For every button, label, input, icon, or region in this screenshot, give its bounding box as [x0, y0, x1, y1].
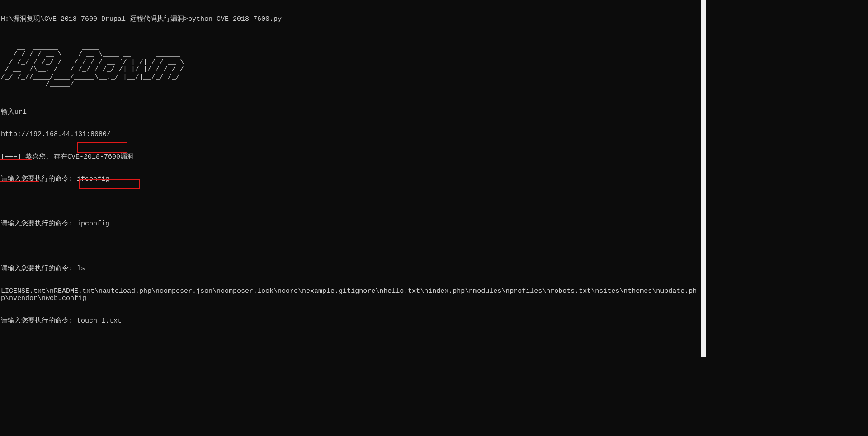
ascii-art-banner: __ ______ ____ / / / / __ \ / __ \____ _…	[1, 44, 700, 89]
input-url-label: 输入url	[1, 109, 700, 117]
cmd-label: 请输入您要执行的命令:	[1, 220, 77, 228]
cmd-prompt-4: 请输入您要执行的命令: touch 1.txt	[1, 318, 700, 325]
cmd-prompt-3: 请输入您要执行的命令: ls	[1, 265, 700, 273]
cmd-label: 请输入您要执行的命令:	[1, 317, 77, 325]
cmd-value-4: touch 1.txt	[77, 317, 122, 325]
scrollbar[interactable]	[701, 0, 706, 357]
congrats-line: [+++] 恭喜您, 存在CVE-2018-7600漏洞	[1, 154, 700, 161]
cmd-label: 请输入您要执行的命令:	[1, 175, 77, 183]
cmd-value-1: ifconfig	[77, 175, 109, 183]
cmd-value-3: ls	[77, 265, 85, 272]
input-url-value: http://192.168.44.131:8080/	[1, 131, 700, 139]
cmd-prompt-1: 请输入您要执行的命令: ifconfig	[1, 176, 700, 183]
cmd-prompt-2: 请输入您要执行的命令: ipconfig	[1, 220, 700, 228]
ls-output-1: LICENSE.txt\nREADME.txt\nautoload.php\nc…	[1, 288, 700, 303]
blank	[1, 198, 700, 206]
cmd-value-2: ipconfig	[77, 220, 109, 228]
blank	[1, 243, 700, 251]
prompt-line: H:\漏洞复现\CVE-2018-7600 Drupal 远程代码执行漏洞>py…	[1, 16, 700, 23]
cmd-label: 请输入您要执行的命令:	[1, 265, 77, 272]
blank	[1, 340, 700, 347]
terminal-window[interactable]: H:\漏洞复现\CVE-2018-7600 Drupal 远程代码执行漏洞>py…	[0, 0, 701, 357]
